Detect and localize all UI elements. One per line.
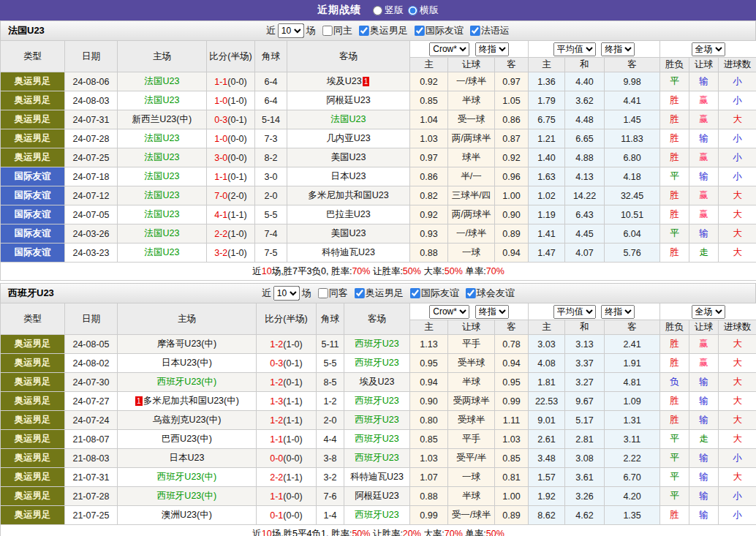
avg-select[interactable]: 平均值 (553, 305, 596, 319)
odds-away: 0.86 (495, 110, 529, 129)
section-spain-u23: 西班牙U23 近 10 场 同客 奥运男足 国际友谊 球会友谊 类型 日期 主场… (0, 283, 756, 536)
avg-away: 4.41 (605, 91, 660, 110)
col-date: 日期 (65, 41, 118, 72)
result-handicap-text: 走 (699, 434, 708, 444)
olympic-checkbox[interactable] (359, 26, 369, 36)
type-filter-olympic[interactable]: 奥运男足 (350, 287, 404, 300)
home-team-link[interactable]: 法国U23 (145, 76, 180, 86)
horizontal-radio[interactable] (408, 6, 417, 15)
result-handicap: 赢 (689, 186, 719, 205)
away-team-link[interactable]: 西班牙U23 (355, 358, 398, 368)
layout-horizontal-option[interactable]: 横版 (408, 4, 439, 17)
home-team-link[interactable]: 法国U23 (145, 95, 180, 105)
home-team-link[interactable]: 法国U23 (145, 190, 180, 200)
home-team-link[interactable]: 法国U23 (145, 152, 180, 162)
away-team-link[interactable]: 日本U23 (331, 171, 366, 181)
match-type-badge: 国际友谊 (1, 244, 65, 263)
away-team-link[interactable]: 阿根廷U23 (326, 95, 370, 105)
handicap-line: 平手 (448, 335, 495, 354)
same-venue-checkbox[interactable] (322, 26, 333, 36)
away-team-link[interactable]: 阿根廷U23 (355, 491, 398, 501)
games-unit-label: 场 (302, 287, 311, 300)
home-team-link[interactable]: 澳洲U23(中) (162, 510, 212, 520)
result-outcome: 胜 (660, 110, 689, 129)
odds-time-select[interactable]: 终指 (475, 42, 509, 56)
result-outcome-text: 平 (670, 453, 679, 463)
match-type-badge: 国际友谊 (1, 186, 65, 205)
home-team-link[interactable]: 法国U23 (145, 247, 180, 257)
home-team-link[interactable]: 西班牙U23(中) (157, 491, 216, 501)
away-team-link[interactable]: 几内亚U23 (326, 133, 370, 143)
away-team-link[interactable]: 多米尼加共和国U23 (308, 190, 388, 200)
away-team-link[interactable]: 埃及U23 (327, 76, 362, 86)
home-team-link[interactable]: 法国U23 (145, 209, 180, 219)
type-filter-extra[interactable]: 球会友谊 (461, 287, 515, 300)
away-team-link[interactable]: 西班牙U23 (355, 339, 398, 349)
same-venue-checkbox[interactable] (318, 288, 328, 298)
extra-checkbox[interactable] (466, 288, 476, 298)
type-filter-extra[interactable]: 法语运 (466, 24, 510, 37)
result-goals: 大 (719, 335, 756, 354)
away-team-link[interactable]: 西班牙U23 (355, 510, 398, 520)
home-team-link[interactable]: 摩洛哥U23(中) (157, 339, 216, 349)
extra-checkbox[interactable] (470, 26, 480, 36)
avg-away: 9.98 (605, 72, 660, 91)
layout-vertical-option[interactable]: 竖版 (373, 4, 404, 17)
match-date: 21-08-07 (65, 430, 118, 449)
away-team-link[interactable]: 西班牙U23 (355, 415, 398, 425)
away-team-link[interactable]: 美国U23 (331, 152, 366, 162)
avg-select[interactable]: 平均值 (553, 42, 596, 56)
games-count-select[interactable]: 10 (273, 286, 300, 301)
scope-select[interactable]: 全场 (692, 305, 725, 319)
half-time-score: (1-1) (227, 210, 246, 220)
home-team-link[interactable]: 法国U23 (145, 171, 180, 181)
result-goals-text: 小 (733, 76, 742, 86)
home-team-link[interactable]: 法国U23 (145, 228, 180, 238)
home-team-link[interactable]: 日本U23(中) (162, 358, 212, 368)
away-team-link[interactable]: 美国U23 (331, 228, 366, 238)
friendly-checkbox[interactable] (415, 26, 425, 36)
same-venue-option[interactable]: 同客 (314, 287, 348, 300)
col-score: 比分(半场) (207, 41, 255, 72)
type-filter-olympic[interactable]: 奥运男足 (355, 24, 408, 37)
match-type-badge: 奥运男足 (1, 411, 65, 430)
vertical-radio[interactable] (373, 6, 382, 15)
away-team-link[interactable]: 西班牙U23 (355, 453, 398, 463)
home-team-link[interactable]: 法国U23 (145, 133, 180, 143)
games-count-select[interactable]: 10 (278, 23, 304, 38)
away-team-link[interactable]: 科特迪瓦U23 (322, 247, 375, 257)
avg-time-select[interactable]: 终指 (601, 305, 635, 319)
avg-time-select[interactable]: 终指 (601, 42, 635, 56)
home-team-link[interactable]: 西班牙U23(中) (157, 377, 216, 387)
friendly-checkbox[interactable] (410, 288, 420, 298)
home-team-link[interactable]: 日本U23 (170, 453, 205, 463)
away-team-link[interactable]: 西班牙U23 (355, 396, 398, 406)
result-handicap-text: 赢 (699, 209, 708, 219)
score-cell: 1-2(1-0) (257, 335, 317, 354)
home-team-link[interactable]: 乌兹别克U23(中) (153, 415, 222, 425)
half-time-score: (0-0) (283, 453, 302, 464)
odds-provider-select[interactable]: Crow* (429, 305, 469, 319)
result-outcome: 平 (660, 72, 689, 91)
type-filter-friendly[interactable]: 国际友谊 (410, 24, 464, 37)
home-team-link[interactable]: 巴西U23(中) (162, 434, 212, 444)
away-team-link[interactable]: 科特迪瓦U23 (350, 472, 404, 482)
type-filter-friendly[interactable]: 国际友谊 (406, 287, 459, 300)
avg-draw: 4.88 (565, 148, 605, 167)
home-team-link[interactable]: 多米尼加共和国U23(中) (143, 396, 239, 406)
home-team-link[interactable]: 西班牙U23(中) (157, 472, 216, 482)
home-team-link[interactable]: 新西兰U23(中) (132, 114, 192, 124)
scope-select[interactable]: 全场 (692, 42, 725, 56)
avg-draw: 3.26 (565, 487, 605, 506)
olympic-checkbox[interactable] (355, 288, 365, 298)
same-venue-option[interactable]: 同主 (318, 24, 352, 37)
away-team-link[interactable]: 巴拉圭U23 (326, 209, 370, 219)
away-team-link[interactable]: 埃及U23 (360, 377, 395, 387)
away-team-link[interactable]: 西班牙U23 (355, 434, 398, 444)
away-team-link[interactable]: 法国U23 (331, 114, 366, 124)
odds-time-select[interactable]: 终指 (475, 305, 509, 319)
odds-away: 0.87 (495, 129, 529, 148)
match-type-badge: 奥运男足 (1, 487, 65, 506)
half-time-score: (1-1) (283, 472, 302, 483)
odds-provider-select[interactable]: Crow* (429, 42, 469, 56)
